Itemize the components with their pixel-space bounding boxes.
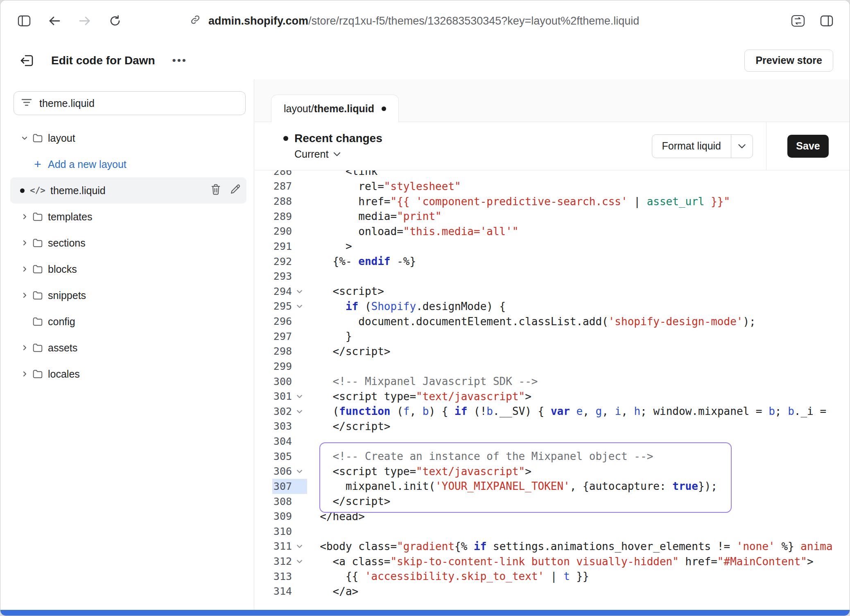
chevron-right-icon[interactable] (20, 265, 29, 273)
folder-icon (32, 212, 43, 222)
gutter: 302 (272, 404, 307, 419)
recent-changes-label: Recent changes (294, 132, 382, 145)
gutter: 289 (272, 209, 307, 224)
code-line-291[interactable]: 291 > (255, 239, 850, 254)
code-line-295[interactable]: 295 if (Shopify.designMode) { (255, 299, 850, 314)
tab-path-prefix: layout/ (284, 103, 314, 114)
code-line-298[interactable]: 298 </script> (255, 344, 850, 359)
folder-icon (32, 369, 43, 379)
sidebar-toggle-icon[interactable] (15, 12, 33, 30)
address-bar[interactable]: admin.shopify.com/store/rzq1xu-f5/themes… (190, 14, 639, 28)
save-button[interactable]: Save (787, 135, 829, 158)
code-line-299[interactable]: 299 (255, 359, 850, 374)
code-line-312[interactable]: 312 <a class="skip-to-content-link butto… (255, 554, 850, 569)
more-actions-icon[interactable]: ••• (172, 54, 187, 67)
code-line-292[interactable]: 292 {%- endif -%} (255, 254, 850, 269)
code-line-301[interactable]: 301 <script type="text/javascript"> (255, 389, 850, 404)
line-number: 314 (272, 585, 292, 597)
gutter: 296 (272, 314, 307, 329)
forward-icon[interactable] (76, 12, 94, 30)
code-line-288[interactable]: 288 href="{{ 'component-predictive-searc… (255, 194, 850, 209)
chevron-down-icon[interactable] (20, 134, 29, 142)
fold-chevron-icon[interactable] (292, 303, 307, 310)
code-line-309[interactable]: 309 </head> (255, 509, 850, 524)
fold-chevron-icon[interactable] (292, 393, 307, 400)
code-line-305[interactable]: 305 <!-- Create an instance of the Mixpa… (255, 449, 850, 464)
sidebar-folder-config[interactable]: config (10, 308, 246, 335)
extensions-icon[interactable] (789, 12, 807, 30)
tab-theme-liquid[interactable]: layout/theme.liquid (271, 95, 399, 122)
code-line-297[interactable]: 297 } (255, 329, 850, 344)
code-line-311[interactable]: 311 <body class="gradient{% if settings.… (255, 539, 850, 554)
format-liquid-label: Format liquid (652, 135, 731, 158)
preview-store-button[interactable]: Preview store (744, 50, 833, 72)
format-liquid-button[interactable]: Format liquid (652, 134, 753, 158)
code-line-289[interactable]: 289 media="print" (255, 209, 850, 224)
line-number: 301 (272, 390, 292, 402)
exit-editor-icon[interactable] (17, 50, 37, 71)
chevron-right-icon[interactable] (20, 239, 29, 247)
code-line-296[interactable]: 296 document.documentElement.classList.a… (255, 314, 850, 329)
trash-icon[interactable] (210, 183, 221, 197)
pencil-icon[interactable] (230, 184, 241, 197)
chevron-right-icon[interactable] (20, 370, 29, 378)
line-number: 306 (272, 465, 292, 477)
fold-chevron-icon[interactable] (292, 288, 307, 295)
gutter: 311 (272, 539, 307, 554)
sidebar-folder-snippets[interactable]: snippets (10, 282, 246, 308)
code-line-287[interactable]: 287 rel="stylesheet" (255, 179, 850, 194)
sidebar-folder-blocks[interactable]: blocks (10, 256, 246, 282)
chevron-right-icon[interactable] (20, 213, 29, 221)
code-text: </head> (307, 510, 365, 523)
sidebar-folder-locales[interactable]: locales (10, 361, 246, 387)
gutter: 308 (272, 494, 307, 509)
sidebar-action-add-a-new-layout[interactable]: +Add a new layout (10, 151, 246, 177)
gutter: 301 (272, 389, 307, 404)
format-options-chevron-icon[interactable] (731, 135, 753, 158)
code-line-304[interactable]: 304 (255, 434, 850, 449)
window-bottom-edge (0, 610, 850, 616)
gutter: 314 (272, 584, 307, 599)
chevron-right-icon[interactable] (20, 344, 29, 352)
version-dropdown[interactable]: Current (294, 148, 382, 160)
browser-toolbar: admin.shopify.com/store/rzq1xu-f5/themes… (0, 0, 850, 42)
code-line-286[interactable]: 286 <link (255, 170, 850, 179)
fold-chevron-icon[interactable] (292, 468, 307, 475)
code-line-306[interactable]: 306 <script type="text/javascript"> (255, 464, 850, 479)
code-line-290[interactable]: 290 onload="this.media='all'" (255, 224, 850, 239)
gutter: 287 (272, 179, 307, 194)
unsaved-dot (382, 106, 386, 111)
back-icon[interactable] (45, 12, 63, 30)
line-number: 309 (272, 510, 292, 522)
sidebar-file-theme-liquid[interactable]: </>theme.liquid (10, 177, 246, 204)
code-line-300[interactable]: 300 <!-- Mixpanel Javascript SDK --> (255, 374, 850, 389)
gutter: 304 (272, 434, 307, 449)
sidebar-folder-templates[interactable]: templates (10, 204, 246, 230)
code-line-314[interactable]: 314 </a> (255, 584, 850, 599)
sidebar-folder-assets[interactable]: assets (10, 335, 246, 361)
code-line-294[interactable]: 294 <script> (255, 284, 850, 299)
code-line-302[interactable]: 302 (function (f, b) { if (!b.__SV) { va… (255, 404, 850, 419)
sidebar-folder-layout[interactable]: layout (10, 125, 246, 151)
chevron-right-icon[interactable] (20, 291, 29, 299)
line-number: 302 (272, 405, 292, 417)
code-editor[interactable]: 286 <link287 rel="stylesheet"288 href="{… (255, 170, 850, 610)
fold-chevron-icon[interactable] (292, 543, 307, 550)
fold-chevron-icon[interactable] (292, 408, 307, 415)
editor-toolbar: Recent changes Current Format liquid (255, 122, 850, 170)
split-view-icon[interactable] (818, 12, 836, 30)
code-line-310[interactable]: 310 (255, 524, 850, 539)
file-search-box[interactable] (14, 91, 246, 115)
code-line-307[interactable]: 307 mixpanel.init('YOUR_MIXPANEL_TOKEN',… (255, 479, 850, 494)
code-line-308[interactable]: 308 </script> (255, 494, 850, 509)
sidebar-folder-sections[interactable]: sections (10, 230, 246, 256)
version-label: Current (294, 148, 328, 160)
code-line-293[interactable]: 293 (255, 269, 850, 284)
gutter: 312 (272, 554, 307, 569)
file-search-input[interactable] (38, 97, 238, 110)
fold-chevron-icon[interactable] (292, 558, 307, 565)
code-line-303[interactable]: 303 </script> (255, 419, 850, 434)
code-line-313[interactable]: 313 {{ 'accessibility.skip_to_text' | t … (255, 569, 850, 584)
reload-icon[interactable] (106, 12, 124, 30)
code-text: <script type="text/javascript"> (307, 465, 531, 478)
